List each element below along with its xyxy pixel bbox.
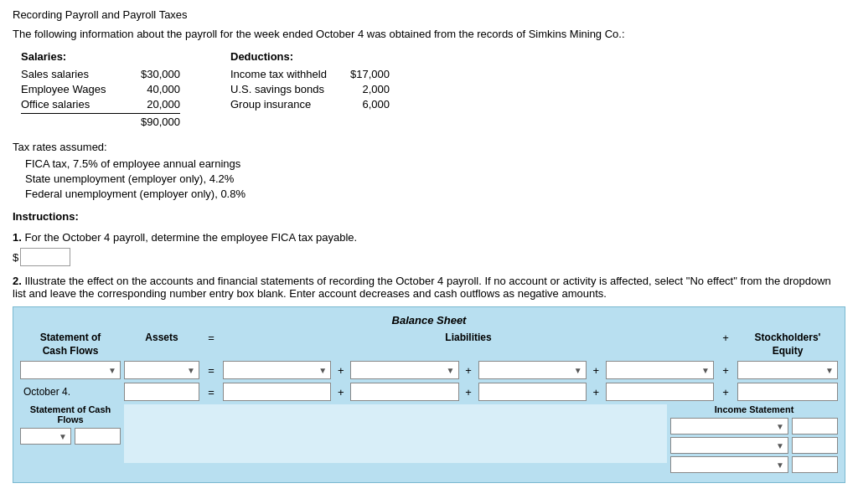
federal-unemp-item: Federal unemployment (employer only), 0.… xyxy=(25,188,845,200)
sales-salaries-label: Sales salaries xyxy=(21,68,121,80)
sales-salaries-amount: $30,000 xyxy=(130,68,180,80)
employee-wages-row: Employee Wages 40,000 xyxy=(21,83,180,95)
income-dropdown-1[interactable]: ▼ xyxy=(670,418,788,435)
chevron-down-icon: ▼ xyxy=(59,432,67,441)
q1-input-group: $ xyxy=(13,248,845,266)
assets-input-1[interactable] xyxy=(124,383,199,401)
sales-salaries-row: Sales salaries $30,000 xyxy=(21,68,180,80)
liab-input-1[interactable] xyxy=(223,383,331,401)
salaries-total: $90,000 xyxy=(130,116,180,128)
chevron-down-icon: ▼ xyxy=(776,460,784,470)
savings-bonds-row: U.S. savings bonds 2,000 xyxy=(230,83,390,95)
salaries-total-row: $90,000 xyxy=(21,113,180,128)
chevron-down-icon: ▼ xyxy=(776,441,784,450)
instructions-label: Instructions: xyxy=(13,210,79,223)
instructions-section: Instructions: xyxy=(13,210,845,223)
liab-input-3[interactable] xyxy=(478,383,587,401)
employee-wages-amount: 40,000 xyxy=(130,83,180,95)
equity-input-1[interactable] xyxy=(737,383,838,401)
dollar-sign: $ xyxy=(13,251,18,264)
deductions-section: Deductions: Income tax withheld $17,000 … xyxy=(230,50,390,128)
income-dropdown-2[interactable]: ▼ xyxy=(670,437,788,454)
chevron-down-icon: ▼ xyxy=(187,366,195,375)
stmt-cf-dropdown-1[interactable]: ▼ xyxy=(20,361,121,379)
equals-sign-1: = xyxy=(203,364,220,377)
savings-bonds-amount: 2,000 xyxy=(339,83,390,95)
group-insurance-row: Group insurance 6,000 xyxy=(230,98,390,111)
october-label: October 4. xyxy=(20,386,121,398)
group-insurance-amount: 6,000 xyxy=(339,98,390,111)
balance-sheet-container: Balance Sheet Statement ofCash Flows Ass… xyxy=(13,306,845,483)
office-salaries-label: Office salaries xyxy=(21,98,121,111)
assets-col-header: Assets xyxy=(124,332,199,343)
plus-sign-equity-2: + xyxy=(717,386,734,399)
liab-input-4[interactable] xyxy=(606,383,714,401)
employee-wages-label: Employee Wages xyxy=(21,83,121,95)
office-salaries-amount: 20,000 xyxy=(130,98,180,111)
chevron-down-icon: ▼ xyxy=(108,366,116,375)
income-tax-amount: $17,000 xyxy=(339,68,390,80)
empty-middle-area xyxy=(124,404,667,463)
fica-tax-item: FICA tax, 7.5% of employee annual earnin… xyxy=(25,157,845,170)
income-tax-row: Income tax withheld $17,000 xyxy=(230,68,390,80)
chevron-down-icon: ▼ xyxy=(825,366,834,375)
page-title: Recording Payroll and Payroll Taxes xyxy=(13,8,845,21)
income-stmt-header: Income Statement xyxy=(670,404,838,414)
question-1: 1. For the October 4 payroll, determine … xyxy=(13,231,845,266)
cf-dropdown-1[interactable]: ▼ xyxy=(20,428,71,445)
equity-col-header: Stockholders'Equity xyxy=(737,332,838,357)
plus-sign-1: + xyxy=(334,364,347,377)
plus-sign-2: + xyxy=(463,364,475,377)
tax-title: Tax rates assumed: xyxy=(13,141,845,153)
cf-input-1[interactable] xyxy=(75,428,121,445)
plus-sign-header: + xyxy=(717,332,734,344)
stmt-cf-bottom-section: Statement of Cash Flows ▼ xyxy=(20,404,121,447)
state-unemp-item: State unemployment (employer only), 4.2% xyxy=(25,172,845,185)
stmt-cf-bottom-header: Statement of Cash Flows xyxy=(20,404,121,424)
equity-dropdown-1[interactable]: ▼ xyxy=(737,361,838,379)
q2-label: 2. Illustrate the effect on the accounts… xyxy=(13,275,845,300)
equals-sign-header: = xyxy=(203,332,220,344)
tax-section: Tax rates assumed: FICA tax, 7.5% of emp… xyxy=(13,141,845,200)
stmt-cf-col-header: Statement ofCash Flows xyxy=(20,332,121,357)
chevron-down-icon: ▼ xyxy=(574,366,582,375)
income-input-2[interactable] xyxy=(792,437,838,454)
liabilities-col-header: Liabilities xyxy=(223,332,714,343)
plus-sign-4: + xyxy=(334,386,347,399)
equals-sign-2: = xyxy=(203,386,220,399)
group-insurance-label: Group insurance xyxy=(230,98,331,111)
balance-sheet-header: Balance Sheet xyxy=(20,314,838,327)
liab-dropdown-1[interactable]: ▼ xyxy=(223,361,331,379)
assets-dropdown-1[interactable]: ▼ xyxy=(124,361,199,379)
chevron-down-icon: ▼ xyxy=(701,366,710,375)
liab-dropdown-4[interactable]: ▼ xyxy=(606,361,714,379)
plus-sign-3: + xyxy=(590,364,602,377)
income-input-3[interactable] xyxy=(792,456,838,473)
payroll-table: Salaries: Sales salaries $30,000 Employe… xyxy=(21,50,845,128)
deductions-header: Deductions: xyxy=(230,50,390,63)
salaries-section: Salaries: Sales salaries $30,000 Employe… xyxy=(21,50,180,128)
plus-sign-6: + xyxy=(590,386,602,399)
income-input-1[interactable] xyxy=(792,418,838,435)
income-tax-label: Income tax withheld xyxy=(230,68,331,80)
savings-bonds-label: U.S. savings bonds xyxy=(230,83,331,95)
q1-label: 1. For the October 4 payroll, determine … xyxy=(13,231,845,244)
salaries-header: Salaries: xyxy=(21,50,180,63)
chevron-down-icon: ▼ xyxy=(318,366,327,375)
plus-sign-equity: + xyxy=(717,364,734,377)
liab-dropdown-2[interactable]: ▼ xyxy=(350,361,458,379)
plus-sign-5: + xyxy=(463,386,475,399)
liab-dropdown-3[interactable]: ▼ xyxy=(478,361,587,379)
chevron-down-icon: ▼ xyxy=(776,422,784,431)
subtitle: The following information about the payr… xyxy=(13,28,845,40)
chevron-down-icon: ▼ xyxy=(447,366,455,375)
question-2: 2. Illustrate the effect on the accounts… xyxy=(13,275,845,483)
office-salaries-row: Office salaries 20,000 xyxy=(21,98,180,111)
q1-answer-input[interactable] xyxy=(20,248,70,266)
income-stmt-section: Income Statement ▼ xyxy=(670,404,838,476)
income-dropdown-3[interactable]: ▼ xyxy=(670,456,788,473)
liab-input-2[interactable] xyxy=(350,383,458,401)
